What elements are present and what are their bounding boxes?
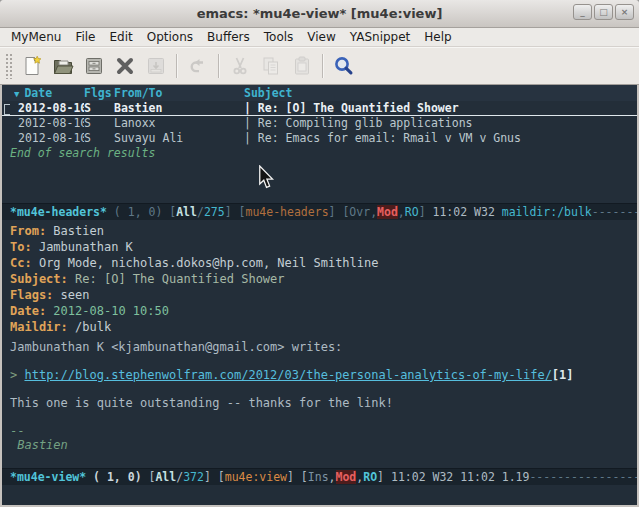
text-segment: ] [ [329, 205, 350, 219]
text-segment: ] [ [204, 470, 225, 484]
paste-icon [287, 51, 316, 81]
toolbar-grip-icon [5, 53, 13, 79]
mu4e-view-window: From: Bastien To: Jambunathan K Cc: Org … [2, 220, 637, 468]
menu-tools[interactable]: Tools [257, 30, 301, 44]
column-header-date[interactable]: ▼Date [14, 85, 84, 101]
text-segment: All [155, 470, 176, 484]
body-line: -- [10, 424, 637, 438]
text-segment: Mod [377, 205, 398, 219]
text-segment: ] [377, 470, 391, 484]
menu-file[interactable]: File [68, 30, 102, 44]
text-segment: ------------------------------ [529, 470, 637, 484]
message-row-selected[interactable]: 2012-08-10 S Bastien | Re: [O] The Quant… [2, 101, 637, 116]
text-segment: mu4e-headers [245, 205, 328, 219]
menu-view[interactable]: View [300, 30, 342, 44]
window-title: emacs: *mu4e-view* [mu4e:view] [197, 6, 443, 21]
text-segment: ( 1, 0) [107, 205, 169, 219]
text-segment: *mu4e-view* [10, 470, 86, 484]
body-line [10, 410, 637, 424]
message-body: Jambunathan K <kjambunathan@gmail.com> w… [10, 340, 637, 452]
text-segment: Bastien [10, 438, 68, 452]
undo-icon [183, 51, 212, 81]
text-segment: mu4e:view [225, 470, 287, 484]
text-segment: [1] [552, 368, 574, 382]
modeline-mu4e-view[interactable]: *mu4e-view* ( 1, 0) [All/372] [mu4e:view… [2, 468, 637, 485]
header-from: From: Bastien [10, 223, 637, 239]
body-line [10, 382, 637, 396]
close-buffer-icon[interactable] [110, 51, 139, 81]
text-segment: All [176, 205, 197, 219]
save-buffer-icon[interactable] [79, 51, 108, 81]
text-segment: 11:02 W32 [433, 205, 502, 219]
text-segment: 11:02 W32 11:02 1.19 [391, 470, 529, 484]
text-segment: 275 [204, 205, 225, 219]
body-line: Jambunathan K <kjambunathan@gmail.com> w… [10, 340, 637, 354]
tool-bar [0, 47, 639, 85]
modeline-mu4e-headers[interactable]: *mu4e-headers* ( 1, 0) [All/275] [mu4e-h… [2, 203, 637, 220]
column-header-subject[interactable]: Subject [244, 85, 637, 101]
header-cc: Cc: Org Mode, nicholas.dokos@hp.com, Nei… [10, 255, 637, 271]
text-segment: maildir:/bulk [502, 205, 592, 219]
menu-options[interactable]: Options [140, 30, 200, 44]
body-line: This one is quite outstanding -- thanks … [10, 396, 637, 410]
header-maildir: Maildir: /bulk [10, 319, 637, 335]
end-of-search-results: End of search results [2, 146, 637, 161]
header-date: Date: 2012-08-10 10:50 [10, 303, 637, 319]
emacs-window: emacs: *mu4e-view* [mu4e:view] _ □ × MyM… [0, 0, 639, 507]
column-header-flags[interactable]: Flgs [84, 85, 114, 101]
headers-column-row: ▼Date Flgs From/To Subject [2, 85, 637, 101]
emacs-frame: ▼Date Flgs From/To Subject 2012-08-10 S … [0, 85, 639, 505]
menu-help[interactable]: Help [417, 30, 458, 44]
echo-area[interactable] [2, 485, 637, 505]
text-segment: Ins [308, 470, 329, 484]
text-segment: ] [ [287, 470, 308, 484]
message-row[interactable]: 2012-08-10 S Lanoxx | Re: Compiling glib… [2, 116, 637, 131]
menu-bar: MyMenu File Edit Options Buffers Tools V… [0, 28, 639, 47]
text-segment: Mod [336, 470, 357, 484]
menu-edit[interactable]: Edit [103, 30, 140, 44]
minimize-button[interactable]: _ [573, 4, 592, 20]
text-segment: 372 [183, 470, 204, 484]
text-segment: RO [405, 205, 419, 219]
body-line: Bastien [10, 438, 637, 452]
search-icon[interactable] [329, 51, 358, 81]
message-row[interactable]: 2012-08-10 S Suvayu Ali | Re: Emacs for … [2, 131, 637, 146]
menu-mymenu[interactable]: MyMenu [4, 30, 68, 44]
body-line: > http://blog.stephenwolfram.com/2012/03… [10, 368, 637, 382]
text-segment: *mu4e-headers* [10, 205, 107, 219]
message-link[interactable]: http://blog.stephenwolfram.com/2012/03/t… [24, 368, 551, 382]
text-segment: ( 1, 0) [86, 470, 148, 484]
menu-buffers[interactable]: Buffers [200, 30, 257, 44]
save-as-icon [141, 51, 170, 81]
toolbar-separator [176, 54, 177, 78]
titlebar: emacs: *mu4e-view* [mu4e:view] _ □ × [0, 0, 639, 28]
text-segment: Ovr [349, 205, 370, 219]
current-line-fringe-icon [4, 104, 10, 115]
text-segment: ------------------------------ [592, 205, 637, 219]
body-line [10, 354, 637, 368]
sort-descending-icon: ▼ [14, 89, 19, 99]
text-segment: -- [10, 424, 24, 438]
close-button[interactable]: × [615, 4, 634, 20]
toolbar-separator [322, 54, 323, 78]
text-segment: > [10, 368, 24, 382]
column-header-from[interactable]: From/To [114, 85, 244, 101]
text-segment: ] [419, 205, 433, 219]
text-segment: , [398, 205, 405, 219]
text-segment: / [197, 205, 204, 219]
menu-yasnippet[interactable]: YASnippet [343, 30, 418, 44]
cut-icon [225, 51, 254, 81]
copy-icon [256, 51, 285, 81]
text-segment: , [329, 470, 336, 484]
mu4e-headers-window: ▼Date Flgs From/To Subject 2012-08-10 S … [2, 85, 637, 203]
text-segment: RO [363, 470, 377, 484]
text-segment: ] [ [225, 205, 246, 219]
window-controls: _ □ × [573, 4, 634, 20]
text-segment: This one is quite outstanding -- thanks … [10, 396, 393, 410]
text-segment: Jambunathan K <kjambunathan@gmail.com> w… [10, 340, 342, 354]
header-subject: Subject: Re: [O] The Quantified Shower [10, 271, 637, 287]
maximize-button[interactable]: □ [594, 4, 613, 20]
open-file-icon[interactable] [48, 51, 77, 81]
new-file-icon[interactable] [17, 51, 46, 81]
header-flags: Flags: seen [10, 287, 637, 303]
